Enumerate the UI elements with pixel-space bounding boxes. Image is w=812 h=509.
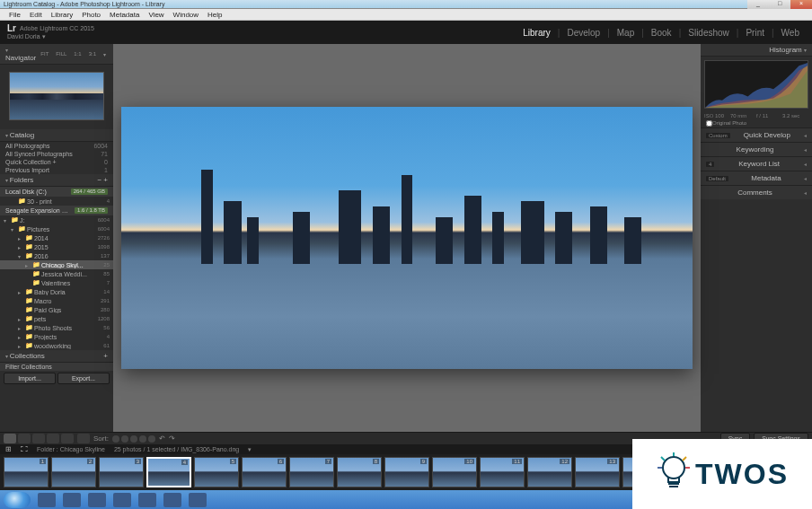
rating-star-3[interactable] — [130, 435, 137, 443]
window-maximize-button[interactable]: □ — [769, 0, 790, 9]
filmstrip-thumb[interactable]: 9 — [384, 457, 429, 487]
compare-view-button[interactable] — [32, 434, 45, 443]
comments-header[interactable]: Comments◂ — [701, 185, 812, 199]
folder-row-photo-shoots[interactable]: ▸📁Photo Shoots56 — [0, 323, 113, 332]
grid-icon[interactable]: ⊞ — [5, 445, 12, 453]
filmstrip-thumb[interactable]: 4 — [146, 457, 191, 487]
menu-photo[interactable]: Photo — [82, 11, 101, 19]
menu-metadata[interactable]: Metadata — [110, 11, 139, 19]
filmstrip-thumb[interactable]: 7 — [289, 457, 334, 487]
menu-help[interactable]: Help — [207, 11, 222, 19]
rating-star-2[interactable] — [121, 435, 128, 443]
module-book[interactable]: Book — [646, 28, 677, 38]
menu-library[interactable]: Library — [51, 11, 73, 19]
folder-row-2014[interactable]: ▸📁20142726 — [0, 233, 113, 242]
rating-star-4[interactable] — [139, 435, 146, 443]
filmstrip-thumb[interactable]: 10 — [432, 457, 477, 487]
folder-row-paid-gigs[interactable]: 📁Paid Gigs280 — [0, 305, 113, 314]
folder-row-valentines[interactable]: 📁Valentines7 — [0, 278, 113, 287]
menu-file[interactable]: File — [9, 11, 21, 19]
taskbar-app-4[interactable] — [113, 493, 131, 507]
module-slideshow[interactable]: Slideshow — [683, 28, 735, 38]
window-minimize-button[interactable]: _ — [747, 0, 769, 9]
folders-plus-icon[interactable]: + — [103, 176, 108, 184]
rotate-cw-icon[interactable]: ↷ — [169, 434, 175, 443]
filter-collections-input[interactable]: Filter Collections — [0, 363, 113, 371]
rating-star-1[interactable] — [112, 435, 119, 443]
catalog-all-photographs[interactable]: All Photographs6004 — [0, 142, 113, 150]
people-view-button[interactable] — [61, 434, 74, 443]
catalog-all-synced[interactable]: All Synced Photographs71 — [0, 150, 113, 158]
folders-minus-icon[interactable]: − — [97, 176, 102, 184]
folder-row-2016[interactable]: ▾📁2016137 — [0, 251, 113, 260]
taskbar-app-3[interactable] — [88, 493, 106, 507]
filmstrip-thumb[interactable]: 2 — [51, 457, 96, 487]
folder-row-chicago-skyl-[interactable]: ▸📁Chicago Skyl...25 — [0, 260, 113, 269]
menu-view[interactable]: View — [148, 11, 163, 19]
folders-header[interactable]: ▾ Folders − + — [0, 174, 113, 187]
folder-row-woodworking[interactable]: ▸📁woodworking61 — [0, 341, 113, 350]
survey-view-button[interactable] — [47, 434, 59, 443]
folder-row-2015[interactable]: ▸📁20151098 — [0, 242, 113, 251]
drive-seagate[interactable]: Seagate Expansion …1.6 / 1.8 TB — [0, 206, 113, 215]
filmstrip-thumb[interactable]: 8 — [337, 457, 382, 487]
nav-3-1[interactable]: 3:1 — [87, 51, 98, 57]
grid-view-button[interactable] — [4, 434, 16, 443]
filmstrip-thumb[interactable]: 1 — [4, 457, 49, 487]
loupe-view[interactable] — [113, 44, 701, 432]
painter-tool[interactable] — [77, 434, 90, 443]
menu-window[interactable]: Window — [173, 11, 199, 19]
window-close-button[interactable]: × — [790, 0, 812, 9]
loupe-view-button[interactable] — [18, 434, 31, 443]
keyword-list-header[interactable]: 4Keyword List◂ — [701, 156, 812, 171]
nav-zoom-arrow-icon[interactable]: ▾ — [102, 51, 108, 57]
module-web[interactable]: Web — [776, 28, 805, 38]
user-dropdown-icon[interactable]: ▾ — [42, 33, 46, 39]
status-dropdown-icon[interactable]: ▾ — [248, 446, 252, 453]
quick-develop-header[interactable]: CustomQuick Develop◂ — [701, 127, 812, 142]
taskbar-app-6[interactable] — [163, 493, 181, 507]
original-photo-checkbox[interactable]: Original Photo — [701, 119, 812, 127]
filmstrip-thumb[interactable]: 3 — [99, 457, 144, 487]
start-button[interactable] — [4, 492, 31, 508]
folder-row-j-[interactable]: ▾📁J:6004 — [0, 215, 113, 224]
folder-row-macro[interactable]: 📁Macro291 — [0, 296, 113, 305]
navigator-header[interactable]: ▾ Navigator FIT FILL 1:1 3:1 ▾ — [0, 44, 113, 65]
filmstrip-thumb[interactable]: 5 — [194, 457, 239, 487]
drive-local-disk[interactable]: Local Disk (C:)264 / 465 GB — [0, 187, 113, 197]
nav-1-1[interactable]: 1:1 — [72, 51, 83, 57]
folder-row-projects[interactable]: ▸📁Projects4 — [0, 332, 113, 341]
user-name[interactable]: David Doria — [7, 33, 40, 39]
nav-fit[interactable]: FIT — [39, 51, 50, 57]
import-button[interactable]: Import... — [4, 373, 56, 384]
module-develop[interactable]: Develop — [561, 28, 605, 38]
export-button[interactable]: Export... — [57, 373, 110, 384]
module-library[interactable]: Library — [517, 28, 556, 38]
menu-edit[interactable]: Edit — [30, 11, 42, 19]
keywording-header[interactable]: Keywording◂ — [701, 142, 812, 156]
module-map[interactable]: Map — [612, 28, 640, 38]
folder-row-baby-doria[interactable]: ▸📁Baby Doria14 — [0, 287, 113, 296]
module-print[interactable]: Print — [740, 28, 770, 38]
catalog-quick-collection[interactable]: Quick Collection +0 — [0, 158, 113, 166]
taskbar-app-7[interactable] — [189, 493, 207, 507]
folder-row-jessica-weddi-[interactable]: 📁Jessica Weddi...85 — [0, 269, 113, 278]
filmstrip-thumb[interactable]: 11 — [480, 457, 525, 487]
taskbar-app-2[interactable] — [63, 493, 81, 507]
folder-row-pets[interactable]: ▸📁pets1208 — [0, 314, 113, 323]
collections-header[interactable]: ▾ Collections + — [0, 350, 113, 363]
rating-star-5[interactable] — [148, 435, 155, 443]
taskbar-app-5[interactable] — [138, 493, 156, 507]
collections-plus-icon[interactable]: + — [103, 352, 108, 360]
catalog-previous-import[interactable]: Previous Import1 — [0, 166, 113, 174]
secondary-monitor-icon[interactable]: ⛶ — [21, 445, 28, 453]
rotate-ccw-icon[interactable]: ↶ — [159, 434, 165, 443]
filmstrip-thumb[interactable]: 6 — [242, 457, 287, 487]
filmstrip-thumb[interactable]: 12 — [527, 457, 572, 487]
histogram-header[interactable]: Histogram ▾ — [701, 44, 812, 57]
metadata-header[interactable]: DefaultMetadata◂ — [701, 171, 812, 185]
folder-30-print[interactable]: 📁30 - print4 — [0, 197, 113, 206]
nav-fill[interactable]: FILL — [54, 51, 68, 57]
taskbar-app-1[interactable] — [38, 493, 56, 507]
filmstrip-thumb[interactable]: 13 — [575, 457, 620, 487]
